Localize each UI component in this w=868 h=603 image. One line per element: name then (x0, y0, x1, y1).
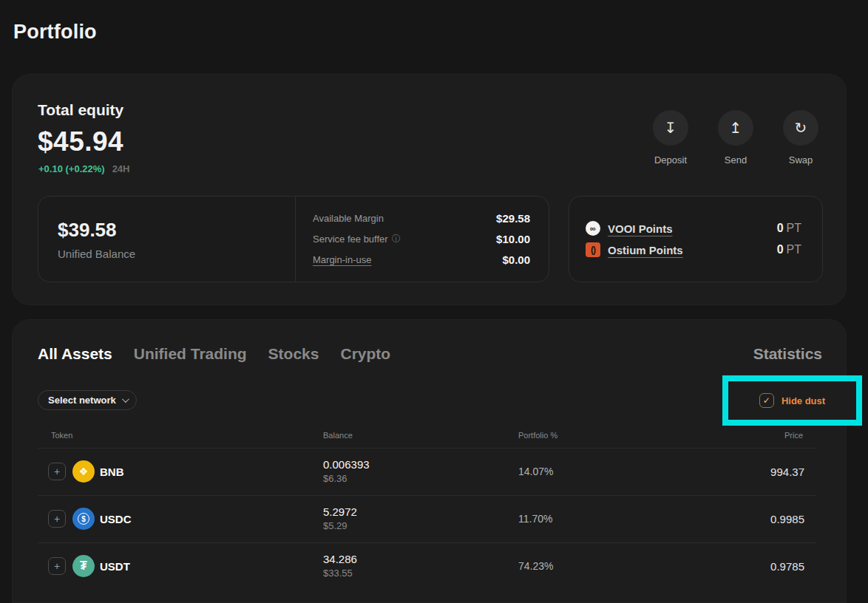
token-balance-usd: $6.36 (323, 473, 347, 484)
points-card: ∞ VOOI Points 0PT () Ostium Points 0PT (569, 196, 823, 282)
total-equity-card: Total equity $45.94 +0.10 (+0.22%) 24H ↧… (12, 74, 847, 305)
vooi-points-unit: PT (787, 222, 801, 234)
info-icon[interactable]: ⓘ (392, 233, 401, 245)
deposit-label: Deposit (654, 154, 687, 166)
vooi-points-row: ∞ VOOI Points 0PT (586, 221, 801, 236)
equity-change: +0.10 (+0.22%) (38, 163, 105, 174)
deposit-icon: ↧ (653, 110, 688, 146)
available-margin-label: Available Margin (313, 213, 384, 224)
table-row-usdc[interactable]: + $ USDC 5.2972 $5.29 11.70% 0.9985 (38, 495, 816, 542)
vooi-points-value: 0PT (777, 222, 801, 235)
token-balance-usd: $33.55 (323, 568, 353, 579)
margin-in-use-value: $0.00 (502, 253, 530, 266)
select-network-label: Select network (48, 395, 116, 406)
token-symbol: USDT (100, 560, 130, 573)
total-equity-label: Total equity (38, 101, 123, 119)
check-icon: ✓ (763, 395, 770, 406)
available-margin-value: $29.58 (496, 212, 530, 225)
total-equity-value: $45.94 (38, 126, 123, 157)
table-row-usdt[interactable]: + ₮ USDT 34.286 $33.55 74.23% 0.9785 (38, 542, 816, 590)
usdc-token-icon: $ (72, 508, 95, 530)
tab-statistics[interactable]: Statistics (753, 345, 822, 363)
expand-row-button[interactable]: + (48, 510, 66, 528)
token-balance: 34.286 (323, 553, 357, 565)
send-label: Send (725, 154, 747, 166)
expand-row-button[interactable]: + (48, 557, 66, 575)
swap-button[interactable]: ↻ Swap (776, 110, 826, 166)
hide-dust-annotation-highlight: ✓ Hide dust (722, 375, 862, 426)
token-balance-usd: $5.29 (323, 520, 347, 531)
token-symbol: BNB (100, 466, 124, 478)
header-portfolio-pct: Portfolio % (518, 431, 557, 440)
service-fee-buffer-value: $10.00 (496, 233, 530, 245)
equity-change-row: +0.10 (+0.22%) 24H (38, 163, 129, 174)
header-price: Price (784, 431, 803, 440)
assets-card: All Assets Unified Trading Stocks Crypto… (12, 319, 847, 603)
header-token: Token (51, 431, 72, 440)
service-fee-buffer-label: Service fee buffer (313, 234, 388, 245)
swap-icon: ↻ (783, 110, 818, 146)
hide-dust-label[interactable]: Hide dust (781, 395, 825, 406)
hide-dust-checkbox[interactable]: ✓ (759, 393, 774, 408)
token-balance: 5.2972 (323, 505, 357, 518)
token-price: 0.9785 (770, 560, 804, 573)
ostium-points-unit: PT (787, 243, 801, 256)
margin-in-use-row: Margin-in-use $0.00 (313, 253, 530, 266)
margin-in-use-label[interactable]: Margin-in-use (313, 254, 371, 265)
token-portfolio-pct: 74.23% (518, 560, 553, 572)
table-row-bnb[interactable]: + ❖ BNB 0.006393 $6.36 14.07% 994.37 (38, 448, 816, 495)
portfolio-page: Portfolio Total equity $45.94 +0.10 (+0.… (0, 0, 868, 603)
token-price: 0.9985 (770, 513, 804, 525)
unified-balance-card: $39.58 Unified Balance Available Margin … (38, 196, 549, 282)
tab-stocks[interactable]: Stocks (268, 345, 319, 363)
ostium-icon: () (586, 242, 600, 257)
select-network-dropdown[interactable]: Select network (38, 390, 137, 410)
unified-balance-value: $39.58 (58, 219, 295, 242)
deposit-button[interactable]: ↧ Deposit (645, 110, 696, 166)
equity-actions: ↧ Deposit ↥ Send ↻ Swap (645, 110, 826, 166)
token-portfolio-pct: 14.07% (518, 466, 553, 477)
header-balance: Balance (323, 431, 353, 440)
token-balance: 0.006393 (323, 458, 370, 471)
vooi-points-link[interactable]: VOOI Points (608, 222, 673, 235)
expand-row-button[interactable]: + (48, 463, 66, 480)
bnb-token-icon: ❖ (72, 460, 95, 483)
tab-crypto[interactable]: Crypto (340, 345, 390, 363)
token-price: 994.37 (770, 466, 804, 478)
send-button[interactable]: ↥ Send (711, 110, 761, 166)
unified-balance-summary: $39.58 Unified Balance (38, 197, 296, 282)
tab-unified-trading[interactable]: Unified Trading (134, 345, 247, 363)
available-margin-row: Available Margin $29.58 (313, 212, 530, 225)
asset-tabs: All Assets Unified Trading Stocks Crypto… (38, 345, 822, 363)
ostium-points-row: () Ostium Points 0PT (586, 242, 801, 257)
token-portfolio-pct: 11.70% (518, 513, 552, 525)
tab-all-assets[interactable]: All Assets (38, 345, 112, 363)
token-symbol: USDC (100, 513, 132, 525)
page-title: Portfolio (13, 21, 97, 44)
unified-balance-label: Unified Balance (58, 248, 295, 260)
service-fee-buffer-row: Service fee buffer ⓘ $10.00 (313, 233, 530, 245)
usdt-token-icon: ₮ (72, 555, 95, 577)
ostium-points-value: 0PT (777, 243, 801, 256)
swap-label: Swap (789, 154, 813, 166)
send-icon: ↥ (718, 110, 753, 146)
equity-change-period: 24H (112, 163, 130, 174)
ostium-points-link[interactable]: Ostium Points (608, 244, 683, 256)
chevron-down-icon (122, 395, 129, 403)
assets-table-header: Token Balance Portfolio % Price (38, 431, 815, 447)
margin-details: Available Margin $29.58 Service fee buff… (296, 197, 549, 282)
vooi-icon: ∞ (586, 221, 600, 236)
